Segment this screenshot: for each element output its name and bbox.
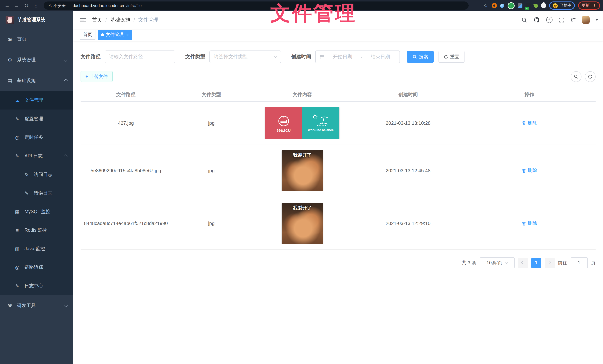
chevron-down-icon [65,57,67,62]
log-icon: ✎ [24,190,29,196]
delete-link[interactable]: 删除 [522,220,537,227]
sidebar-item-scheduled-tasks[interactable]: ◷ 定时任务 [0,128,73,147]
user-avatar[interactable] [582,16,590,24]
next-page-button[interactable] [545,258,555,268]
file-path-input[interactable]: 请输入文件路径 [105,50,175,63]
sidebar-item-error-logs[interactable]: ✎ 错误日志 [0,184,73,202]
extension-switch-icon[interactable]: on [526,3,530,8]
page-number-button[interactable]: 1 [531,258,541,268]
file-thumbnail-crying-baby[interactable]: 我裂开了 [282,150,323,191]
help-icon[interactable]: ? [546,17,552,23]
cell-file-type: jpg [171,120,252,126]
sidebar-item-access-logs[interactable]: ✎ 访问日志 [0,165,73,184]
github-icon[interactable] [533,17,540,23]
sidebar-item-infrastructure[interactable]: ▤ 基础设施 [0,70,73,91]
search-icon [574,74,579,79]
trash-icon [522,221,526,226]
sidebar-item-dev-tools[interactable]: ⚒ 研发工具 [0,295,73,316]
security-warning-icon[interactable]: ⚠ 不安全 [48,3,66,8]
sidebar-item-label: 配置管理 [24,116,43,122]
tab-home[interactable]: 首页 [80,30,95,40]
sidebar-item-home[interactable]: ◉ 首页 [0,29,73,49]
refresh-table-button[interactable] [585,71,596,82]
extensions-puzzle-icon[interactable] [541,3,546,8]
extension-orange-icon[interactable] [491,3,497,8]
breadcrumb-separator: / [105,17,107,23]
hide-search-button[interactable] [571,71,581,82]
bookmark-star-icon[interactable]: ☆ [483,3,488,9]
tab-file-management[interactable]: 文件管理 × [98,30,132,40]
browser-update-button[interactable]: 更新 ⋮ [578,1,600,10]
sidebar-logo[interactable]: 芋道管理系统 [0,11,73,29]
extension-green-check-icon[interactable]: ✓ [507,2,514,9]
browser-reload-button[interactable]: ↻ [22,1,30,10]
table-header-row: 文件路径 文件类型 文件内容 创建时间 操作 [81,88,596,102]
column-header-file-type: 文件类型 [171,91,252,98]
java-icon: ▥ [14,246,20,251]
dashboard-icon: ◉ [7,36,13,42]
search-button[interactable]: 搜索 [407,51,434,63]
upload-file-button[interactable]: + 上传文件 [81,71,113,82]
hospital-bed-icon [277,114,291,127]
url-divider: │ [68,3,70,8]
hamburger-icon[interactable] [80,18,86,22]
file-thumbnail-crying-baby[interactable]: 我裂开了 [282,203,323,244]
file-table: 文件路径 文件类型 文件内容 创建时间 操作 427.jpg jpg [81,88,596,250]
browser-forward-button[interactable]: → [13,1,21,10]
close-icon[interactable]: × [126,33,129,37]
column-header-file-path: 文件路径 [81,91,171,98]
sidebar-item-java-monitor[interactable]: ▥ Java 监控 [0,239,73,258]
kebab-menu-icon: ⋮ [592,3,596,8]
plus-icon: + [85,74,88,79]
sidebar-item-file-management[interactable]: ☁ 文件管理 [0,91,73,110]
sidebar-item-label: 错误日志 [34,190,52,196]
sidebar-item-label: 定时任务 [24,134,43,140]
caret-down-icon[interactable]: ▾ [596,18,598,22]
prev-page-button[interactable] [518,258,528,268]
reset-button[interactable]: 重置 [439,51,464,63]
sidebar-item-redis-monitor[interactable]: ≡ Redis 监控 [0,221,73,239]
search-icon[interactable] [521,17,527,23]
address-bar[interactable]: ⚠ 不安全 │ dashboard.yudao.iocoder.cn/infra… [44,1,469,10]
cell-file-type: jpg [171,168,252,173]
log-icon: ✎ [24,172,29,177]
sidebar-item-system-management[interactable]: ⚙ 系统管理 [0,49,73,70]
file-thumbnail-996icu[interactable]: 996.ICU work-life balance [265,107,339,139]
chevron-up-icon [65,153,67,159]
font-size-icon[interactable]: tT [571,17,576,23]
breadcrumb-home[interactable]: 首页 [92,17,102,23]
sidebar-item-config-management[interactable]: ✎ 配置管理 [0,110,73,128]
sidebar-item-log-center[interactable]: ✎ 日志中心 [0,277,73,295]
extension-blue-drop-icon[interactable] [500,3,504,8]
sidebar-item-label: Java 监控 [24,246,45,252]
refresh-icon [588,74,593,79]
delete-link[interactable]: 删除 [522,167,537,174]
baby-meme-caption: 我裂开了 [282,205,323,211]
sidebar-item-mysql-monitor[interactable]: ▦ MySQL 监控 [0,202,73,221]
date-range-picker[interactable]: 开始日期 - 结束日期 [315,50,400,63]
cell-actions: 删除 [463,120,596,126]
extension-paused-pill[interactable]: 已暂停 [549,1,575,10]
app-window: 芋道管理系统 ◉ 首页 ⚙ 系统管理 ▤ 基础设施 [0,11,603,364]
page-size-select[interactable]: 10条/页 [480,257,514,268]
fullscreen-icon[interactable] [559,17,565,23]
file-type-select[interactable]: 请选择文件类型 [209,50,281,63]
browser-home-button[interactable]: ⌂ [32,1,40,10]
delete-link[interactable]: 删除 [522,120,537,126]
cell-file-path: 5e8609290e915c4fa8b08e67.jpg [81,168,171,173]
extension-grid-icon[interactable] [518,3,522,8]
sidebar-item-label: 研发工具 [17,302,36,309]
sidebar-item-trace[interactable]: ◎ 链路追踪 [0,258,73,277]
cell-file-type: jpg [171,220,252,226]
timer-icon: ◷ [14,135,20,140]
browser-back-button[interactable]: ← [3,1,11,10]
cell-file-content: 996.ICU work-life balance [252,107,353,139]
extension-green-leaf-icon[interactable] [533,3,538,8]
goto-page-input[interactable] [570,257,588,268]
file-path-label: 文件路径 [81,54,101,60]
sidebar-item-api-logs[interactable]: ✎ API 日志 [0,147,73,165]
breadcrumb-infrastructure[interactable]: 基础设施 [110,17,130,23]
security-label: 不安全 [53,3,66,8]
thumb-worklife-caption: work-life balance [308,128,334,132]
cell-file-content: 我裂开了 [252,203,353,244]
